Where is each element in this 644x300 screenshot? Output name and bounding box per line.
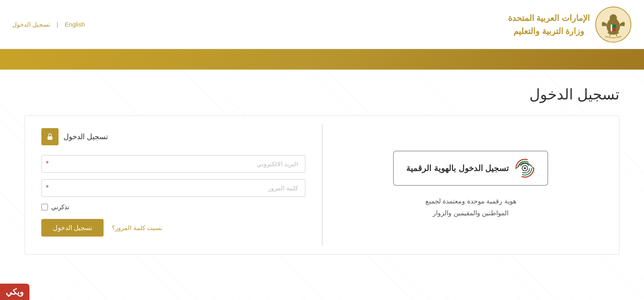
lock-icon [46,133,54,141]
remember-me-row: تذكرني [41,203,305,211]
uae-emblem [595,6,632,43]
login-button[interactable]: تسجيل الدخول [41,219,104,237]
page-title: تسجيل الدخول [25,86,619,103]
wiki-badge: ويكي [0,284,29,300]
remember-me-label: تذكرني [51,203,69,211]
svg-point-2 [610,14,617,21]
password-required-star: * [42,184,53,192]
email-required-star: * [42,160,53,168]
top-bar: الإمارات العربية المتحدة وزارة التربية و… [0,0,644,49]
form-header: تسجيل الدخول [41,128,305,145]
fingerprint-icon [515,158,535,178]
remember-me-checkbox[interactable] [41,204,48,210]
lock-icon-button[interactable] [41,128,59,145]
password-input[interactable] [53,180,305,196]
form-header-text: تسجيل الدخول [63,132,108,141]
bottom-action-row: نسيت كلمة المرور؟ تسجيل الدخول [41,219,305,237]
main-area: تسجيل الدخول تسجيل الدخول بالهوية الرقمي… [0,70,644,300]
digital-id-description: هوية رقمية موحدة ومعتمدة لجميع المواطنين… [425,196,516,219]
gold-banner [0,49,644,70]
email-input[interactable] [53,156,305,172]
nav-divider: | [56,21,58,28]
password-input-row: * [41,179,305,197]
nav-english-link[interactable]: English [65,21,85,28]
vertical-divider [322,124,323,246]
svg-rect-5 [611,25,612,31]
svg-point-12 [524,167,526,169]
email-input-row: * [41,155,305,173]
login-card: تسجيل الدخول بالهوية الرقمية هوية رقمية … [25,115,619,255]
nav-login-link[interactable]: تسجيل الدخول [12,21,50,28]
digital-id-button-text: تسجيل الدخول بالهوية الرقمية [406,163,509,173]
digital-id-section: تسجيل الدخول بالهوية الرقمية هوية رقمية … [323,116,619,254]
top-nav: تسجيل الدخول | English [12,21,85,28]
form-section: تسجيل الدخول * * تذكرني [25,116,322,254]
ministry-name: الإمارات العربية المتحدة وزارة التربية و… [508,11,590,38]
logo-section: الإمارات العربية المتحدة وزارة التربية و… [508,6,632,43]
forgot-password-link[interactable]: نسيت كلمة المرور؟ [112,224,162,232]
svg-rect-13 [47,136,52,140]
digital-id-button[interactable]: تسجيل الدخول بالهوية الرقمية [393,151,548,186]
